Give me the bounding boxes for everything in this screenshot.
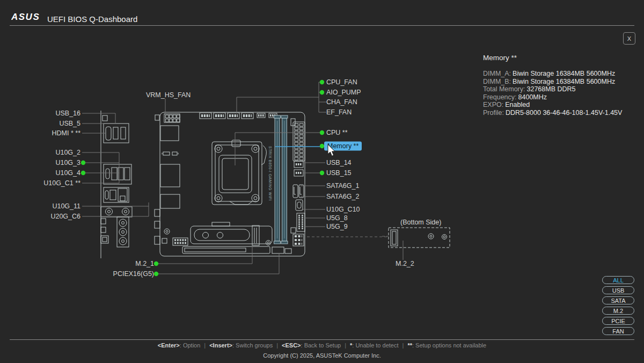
ram-slots xyxy=(274,115,288,244)
atx-24pin-connector xyxy=(291,119,305,161)
port-label-cpu-fan[interactable]: CPU_FAN xyxy=(326,78,357,86)
m2-1-slot xyxy=(191,222,272,245)
copyright-text: Copyright (C) 2025, ASUSTeK Computer Inc… xyxy=(0,352,644,359)
port-label-sata6g-2[interactable]: SATA6G_2 xyxy=(326,193,359,200)
port-label-u20g-c6[interactable]: U20G_C6 xyxy=(50,213,80,220)
hint-insert: <Insert>: Switch groups xyxy=(209,342,273,349)
port-label-cha-fan[interactable]: CHA_FAN xyxy=(326,98,357,106)
rear-io-bracket xyxy=(101,111,132,258)
port-label-hdmi[interactable]: HDMI * ** xyxy=(52,129,80,137)
hint-enter: <Enter>: Option xyxy=(158,342,201,349)
port-label-u10g-2[interactable]: U10G_2 xyxy=(55,149,80,156)
filter-button-m2[interactable]: M.2 xyxy=(602,307,634,315)
status-dot-pciex16 xyxy=(154,272,158,276)
bottom-side-caption: (Bottom Side) xyxy=(400,219,441,226)
hint-asterisk: *: Unable to detect xyxy=(350,342,399,349)
port-label-usb-5[interactable]: USB_5 xyxy=(59,120,80,127)
port-label-u5g-9[interactable]: U5G_9 xyxy=(326,223,348,230)
footer-divider xyxy=(10,339,634,340)
filter-button-sata[interactable]: SATA xyxy=(602,296,634,304)
right-edge-headers xyxy=(291,161,305,246)
port-label-u10g-c10[interactable]: U10G_C10 xyxy=(326,206,360,213)
status-dot-m2-1 xyxy=(154,262,158,266)
filter-button-group: ALL USB SATA M.2 PCIE FAN xyxy=(602,276,634,337)
port-label-vrm-hs-fan[interactable]: VRM_HS_FAN xyxy=(146,91,191,99)
port-label-aio-pump[interactable]: AIO_PUMP xyxy=(326,89,361,96)
board-left-components xyxy=(160,126,180,208)
port-label-usb-15[interactable]: USB_15 xyxy=(326,169,352,177)
status-dot-u10g-4 xyxy=(81,171,85,175)
bios-q-dashboard-screen: ASUS UEFI BIOS Q-Dashboard X Memory ** D… xyxy=(0,0,644,363)
board-bottom-left-components xyxy=(162,229,188,245)
mouse-cursor xyxy=(326,144,338,158)
port-label-u10g-4[interactable]: U10G_4 xyxy=(55,169,80,177)
pciex16-slot xyxy=(182,246,291,253)
port-label-u10g-c1[interactable]: U10G_C1 ** xyxy=(43,179,80,187)
m2-2-slot xyxy=(391,230,398,246)
port-label-m2-1[interactable]: M.2_1 xyxy=(135,260,154,267)
filter-button-fan[interactable]: FAN xyxy=(602,327,634,335)
port-label-u10g-3[interactable]: U10G_3 xyxy=(55,159,80,166)
lan-port xyxy=(118,188,127,201)
sata-port-2 xyxy=(299,185,304,198)
bottom-side-box xyxy=(382,228,450,248)
label-connector-lines xyxy=(82,82,403,274)
port-label-u10g-11[interactable]: U10G_11 xyxy=(52,202,80,210)
port-label-m2-2[interactable]: M.2_2 xyxy=(396,260,414,267)
status-dot-cpu-fan xyxy=(320,80,324,84)
vrm-hs-fan-connector xyxy=(164,114,180,122)
filter-button-pcie[interactable]: PCIE xyxy=(602,317,634,325)
hint-esc: <ESC>: Back to Setup xyxy=(282,342,341,349)
hint-double-asterisk: **: Setup options not available xyxy=(407,342,486,349)
port-label-usb-14[interactable]: USB_14 xyxy=(326,159,352,166)
fan-headers xyxy=(200,113,277,119)
port-label-usb-16[interactable]: USB_16 xyxy=(55,110,80,117)
status-dot-usb-15 xyxy=(320,171,324,175)
status-dot-aio-pump xyxy=(320,90,324,95)
motherboard-diagram: STRIX B850-I GAMING WIFI xyxy=(0,0,644,363)
board-model-text: STRIX B850-I GAMING WIFI xyxy=(268,146,272,201)
status-dot-u10g-3 xyxy=(81,161,85,165)
port-label-cpu[interactable]: CPU ** xyxy=(326,129,348,136)
sata-port-1 xyxy=(293,185,298,198)
port-label-pciex16[interactable]: PCIEX16(G5) xyxy=(113,270,154,278)
cpu-socket xyxy=(212,140,266,205)
status-dot-memory xyxy=(320,144,324,148)
port-label-ef-fan[interactable]: EF_FAN xyxy=(326,108,352,116)
status-bar: <Enter>: Option|<Insert>: Switch groups|… xyxy=(0,342,644,349)
port-label-sata6g-1[interactable]: SATA6G_1 xyxy=(326,182,359,190)
port-label-u5g-8[interactable]: U5G_8 xyxy=(326,214,348,222)
hdmi-port xyxy=(106,127,111,140)
filter-button-all[interactable]: ALL xyxy=(602,276,634,284)
status-dot-cpu xyxy=(320,130,324,135)
filter-button-usb[interactable]: USB xyxy=(602,286,634,294)
